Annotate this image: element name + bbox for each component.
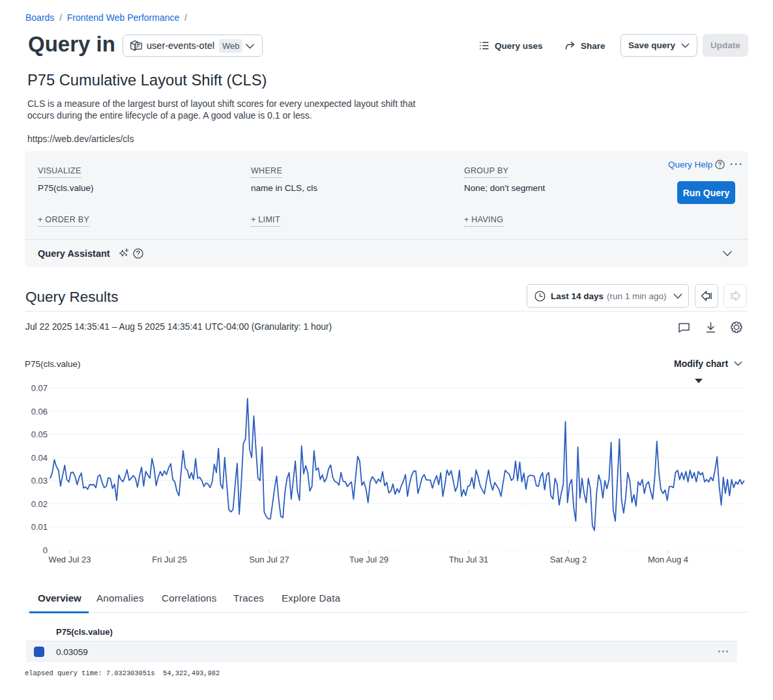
svg-text:0.06: 0.06 [31, 407, 48, 416]
svg-text:0: 0 [43, 546, 48, 555]
svg-text:Sat Aug 2: Sat Aug 2 [550, 555, 587, 564]
svg-text:Mon Aug 4: Mon Aug 4 [648, 555, 688, 564]
svg-text:0.07: 0.07 [31, 383, 48, 393]
svg-text:Sun Jul 27: Sun Jul 27 [249, 555, 289, 564]
svg-text:0.02: 0.02 [31, 499, 48, 509]
svg-text:Fri Jul 25: Fri Jul 25 [152, 555, 186, 564]
svg-text:Wed Jul 23: Wed Jul 23 [49, 555, 91, 564]
svg-text:0.01: 0.01 [31, 522, 48, 532]
svg-text:Tue Jul 29: Tue Jul 29 [349, 555, 388, 564]
svg-text:Thu Jul 31: Thu Jul 31 [449, 555, 489, 564]
svg-text:0.05: 0.05 [31, 430, 48, 439]
svg-text:0.03: 0.03 [31, 476, 48, 486]
svg-text:0.04: 0.04 [31, 453, 48, 463]
